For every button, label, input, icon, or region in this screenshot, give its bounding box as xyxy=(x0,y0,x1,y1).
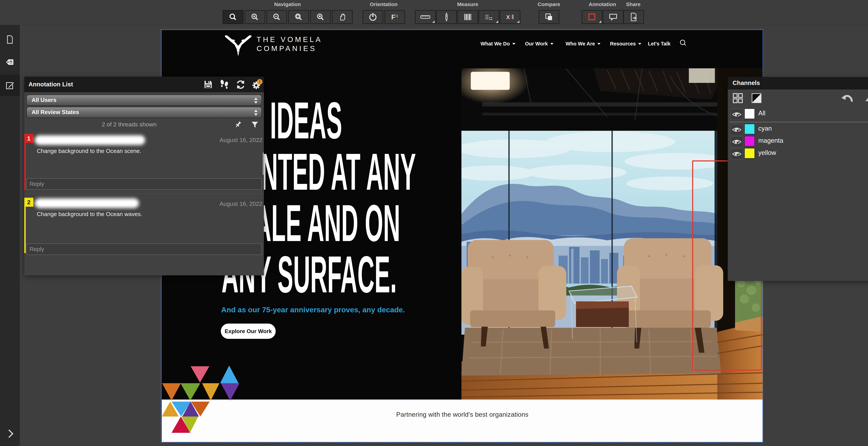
svg-text:F: F xyxy=(395,14,398,19)
svg-text:!: ! xyxy=(259,79,260,84)
svg-text:F: F xyxy=(391,13,395,21)
svg-text:X: X xyxy=(506,14,510,20)
